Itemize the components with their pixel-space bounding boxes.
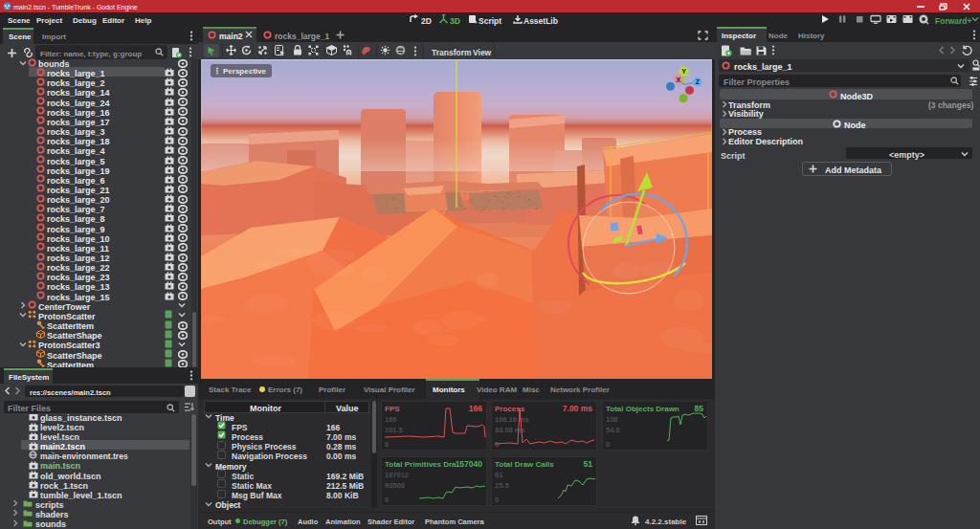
svg-text:Z: Z: [696, 78, 701, 85]
svg-text:Perspective: Perspective: [223, 67, 266, 76]
svg-text:Y: Y: [681, 68, 686, 75]
svg-text:X: X: [676, 77, 680, 83]
